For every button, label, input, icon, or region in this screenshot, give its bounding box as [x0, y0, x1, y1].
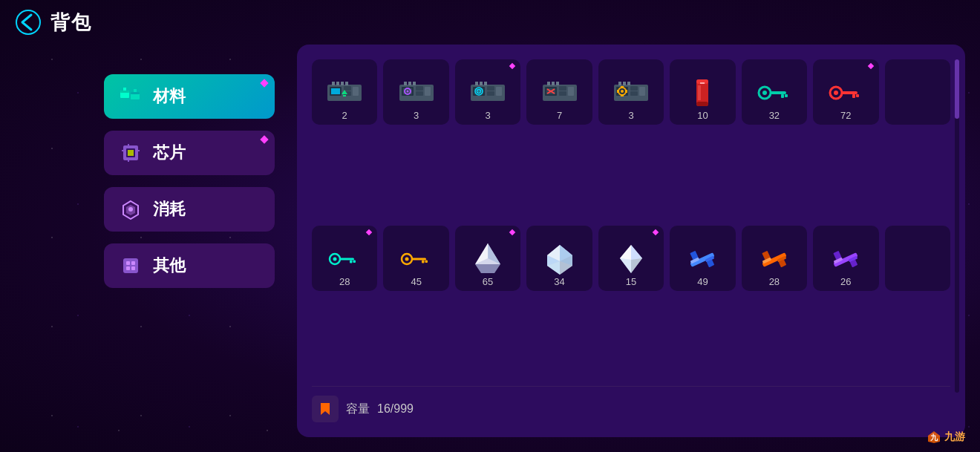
svg-rect-79 — [618, 82, 621, 85]
item-count-1-8: 72 — [840, 111, 851, 122]
item-count-2-8: 26 — [840, 277, 851, 288]
item-count-1-5: 3 — [628, 111, 633, 122]
svg-rect-65 — [547, 82, 550, 85]
item-slot-2-6[interactable]: 49 — [670, 226, 735, 291]
item-slot-1-7[interactable]: 32 — [742, 59, 807, 125]
item-slot-1-6[interactable]: 10 — [670, 59, 735, 125]
svg-rect-29 — [336, 82, 339, 85]
svg-rect-77 — [630, 91, 638, 96]
svg-rect-54 — [475, 82, 478, 85]
svg-marker-139 — [321, 403, 330, 415]
sidebar-item-others[interactable]: 其他 — [104, 243, 275, 288]
consumables-label: 消耗 — [153, 198, 186, 220]
item-count-2-5: 15 — [626, 277, 636, 288]
item-dot-1-3 — [509, 63, 515, 69]
svg-rect-62 — [559, 86, 566, 91]
item-slot-2-8[interactable]: 26 — [813, 226, 878, 291]
back-icon[interactable] — [15, 9, 42, 36]
item-slot-1-1[interactable]: 2 — [312, 59, 377, 125]
svg-marker-110 — [475, 264, 500, 273]
chips-label: 芯片 — [153, 142, 186, 164]
svg-rect-75 — [625, 90, 627, 93]
svg-rect-105 — [422, 261, 425, 263]
materials-label: 材料 — [153, 85, 186, 108]
svg-rect-95 — [852, 94, 855, 98]
svg-rect-18 — [126, 261, 130, 265]
svg-text:九: 九 — [930, 433, 938, 442]
item-icon-diamond-white — [612, 243, 650, 275]
item-count-1-2: 3 — [414, 111, 419, 122]
svg-rect-67 — [556, 82, 559, 85]
item-slot-1-8[interactable]: 72 — [813, 59, 878, 125]
item-count-2-2: 45 — [411, 277, 421, 288]
item-icon-tool-orange — [755, 243, 794, 275]
item-count-1-3: 3 — [485, 111, 490, 122]
watermark-text: 九游 — [944, 430, 965, 444]
svg-point-93 — [834, 91, 838, 95]
svg-rect-74 — [617, 90, 619, 93]
svg-rect-81 — [627, 82, 630, 85]
chips-icon — [119, 141, 143, 165]
item-slot-1-9[interactable] — [885, 59, 950, 125]
item-count-2-7: 28 — [769, 277, 780, 288]
page-title: 背包 — [50, 10, 92, 36]
svg-rect-94 — [841, 91, 858, 94]
svg-rect-40 — [416, 91, 423, 96]
sidebar-item-chips[interactable]: 芯片 — [104, 131, 275, 175]
logo-watermark: 九 九游 — [927, 430, 965, 445]
svg-rect-51 — [487, 86, 494, 91]
others-label: 其他 — [153, 255, 186, 277]
svg-rect-96 — [856, 94, 859, 97]
scrollbar-track[interactable] — [955, 59, 959, 393]
item-icon-crystal-white — [468, 243, 507, 275]
item-count-1-6: 10 — [697, 111, 708, 122]
svg-rect-5 — [131, 92, 140, 94]
svg-rect-76 — [630, 86, 638, 91]
panel-footer: 容量 16/999 — [312, 386, 950, 422]
main-panel: 2 3 — [297, 45, 965, 437]
item-icon-gpu2 — [397, 76, 436, 109]
item-slot-2-1[interactable]: 28 — [312, 226, 377, 291]
notification-dot-chips — [260, 135, 268, 143]
svg-rect-85 — [698, 85, 701, 100]
svg-rect-99 — [339, 258, 354, 261]
svg-rect-39 — [416, 86, 423, 91]
svg-point-38 — [406, 91, 408, 93]
item-slot-2-3[interactable]: 65 — [455, 226, 520, 291]
svg-point-88 — [762, 91, 767, 95]
sidebar: 材料 芯片 消耗 — [104, 74, 275, 288]
svg-rect-90 — [781, 94, 784, 98]
item-icon-gpu5 — [612, 76, 650, 109]
item-count-1-7: 32 — [769, 111, 780, 122]
item-count-2-1: 28 — [339, 277, 350, 288]
svg-rect-13 — [128, 160, 129, 162]
item-slot-2-7[interactable]: 28 — [742, 226, 807, 291]
bookmark-button[interactable] — [312, 396, 339, 422]
item-slot-2-5[interactable]: 15 — [598, 226, 664, 291]
item-slot-2-2[interactable]: 45 — [383, 226, 448, 291]
consumables-icon — [119, 197, 143, 221]
item-slot-2-9[interactable] — [885, 226, 950, 291]
svg-rect-72 — [621, 86, 624, 88]
item-slot-1-4[interactable]: 7 — [526, 59, 592, 125]
svg-rect-44 — [413, 82, 416, 85]
item-slot-1-3[interactable]: 3 — [455, 59, 520, 125]
svg-rect-33 — [343, 95, 346, 96]
item-count-1-1: 2 — [342, 111, 347, 122]
item-count-1-4: 7 — [557, 111, 562, 122]
capacity-value: 16/999 — [377, 402, 414, 416]
svg-rect-17 — [123, 258, 138, 273]
svg-rect-106 — [425, 261, 428, 263]
sidebar-item-consumables[interactable]: 消耗 — [104, 187, 275, 232]
scrollbar-thumb — [955, 59, 959, 119]
svg-rect-31 — [345, 82, 348, 85]
sidebar-item-materials[interactable]: 材料 — [104, 74, 275, 119]
svg-rect-10 — [122, 150, 124, 151]
svg-rect-20 — [126, 266, 130, 270]
item-count-2-4: 34 — [554, 277, 564, 288]
item-slot-1-2[interactable]: 3 — [383, 59, 448, 125]
item-slot-2-4[interactable]: 34 — [526, 226, 592, 291]
svg-rect-30 — [341, 82, 344, 85]
svg-rect-25 — [344, 86, 351, 91]
item-slot-1-5[interactable]: 3 — [598, 59, 664, 125]
